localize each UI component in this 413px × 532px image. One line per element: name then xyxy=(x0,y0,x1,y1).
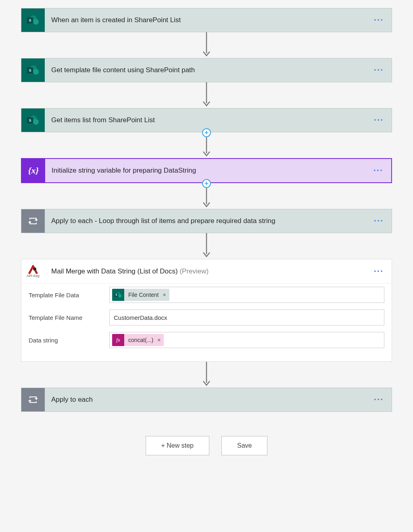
step-menu-button[interactable]: ··· xyxy=(366,15,392,25)
svg-text:S: S xyxy=(29,68,31,73)
field-input[interactable]: S File Content × xyxy=(109,287,384,303)
connector xyxy=(202,362,211,388)
sharepoint-icon: S xyxy=(21,8,45,32)
step-menu-button[interactable]: ··· xyxy=(366,216,392,226)
connector xyxy=(202,82,211,108)
step-menu-button[interactable]: ··· xyxy=(366,266,392,277)
variable-icon: {x} xyxy=(22,159,45,182)
sharepoint-token-icon: S xyxy=(112,289,124,301)
step-apply-to-each-loop[interactable]: Apply to each - Loop through list of ite… xyxy=(21,209,392,233)
step-menu-button[interactable]: ··· xyxy=(366,394,392,405)
field-label: Data string xyxy=(29,337,109,344)
step-title: Mail Merge with Data String (List of Doc… xyxy=(45,267,366,275)
apikey-label: API Key xyxy=(27,274,40,278)
field-template-file-name: Template File Name CustomerData.docx xyxy=(21,306,392,329)
token-label: concat(...) xyxy=(124,337,157,343)
connector xyxy=(202,233,211,259)
step-menu-button[interactable]: ··· xyxy=(366,115,392,125)
token-concat-expression[interactable]: fx concat(...) × xyxy=(112,334,164,346)
field-template-file-data: Template File Data S File Content × xyxy=(21,284,392,306)
step-title: Get template file content using SharePoi… xyxy=(45,66,366,74)
step-title: Apply to each xyxy=(45,396,366,404)
step-get-template-file[interactable]: S Get template file content using ShareP… xyxy=(21,58,392,82)
svg-text:S: S xyxy=(29,118,31,123)
sharepoint-icon: S xyxy=(21,108,45,132)
loop-icon xyxy=(21,209,45,233)
step-header: API Key Mail Merge with Data String (Lis… xyxy=(21,259,392,284)
field-label: Template File Name xyxy=(29,314,109,321)
connector-with-plus: + xyxy=(202,183,211,209)
new-step-button[interactable]: + New step xyxy=(146,436,209,455)
insert-step-button[interactable]: + xyxy=(202,179,211,188)
svg-point-6 xyxy=(33,69,39,75)
step-title-text: Mail Merge with Data String (List of Doc… xyxy=(51,267,178,275)
footer-actions: + New step Save xyxy=(146,436,268,455)
step-when-item-created[interactable]: S When an item is created in SharePoint … xyxy=(21,8,392,32)
fx-token-icon: fx xyxy=(112,334,124,346)
field-input[interactable]: CustomerData.docx xyxy=(109,309,384,325)
field-input[interactable]: fx concat(...) × xyxy=(109,332,384,348)
connector xyxy=(202,32,211,58)
svg-point-19 xyxy=(118,294,121,297)
svg-text:S: S xyxy=(29,18,31,23)
apikey-icon: API Key xyxy=(21,260,45,283)
field-data-string: Data string fx concat(...) × xyxy=(21,329,392,351)
insert-step-button[interactable]: + xyxy=(202,128,211,137)
step-mail-merge[interactable]: API Key Mail Merge with Data String (Lis… xyxy=(21,259,392,362)
flow-designer: S When an item is created in SharePoint … xyxy=(8,8,405,455)
step-title: When an item is created in SharePoint Li… xyxy=(45,16,366,24)
step-menu-button[interactable]: ··· xyxy=(366,65,392,75)
svg-text:S: S xyxy=(115,293,117,296)
connector-with-plus: + xyxy=(202,132,211,158)
step-title: Get items list from SharePoint List xyxy=(45,116,366,124)
token-file-content[interactable]: S File Content × xyxy=(112,289,169,301)
step-apply-to-each[interactable]: Apply to each ··· xyxy=(21,388,392,412)
preview-badge: (Preview) xyxy=(179,267,209,275)
step-title: Apply to each - Loop through list of ite… xyxy=(45,217,366,225)
save-button[interactable]: Save xyxy=(221,436,267,455)
svg-point-11 xyxy=(33,119,39,125)
step-title: Initialize string variable for preparing… xyxy=(45,167,365,175)
loop-icon xyxy=(21,388,45,411)
svg-point-17 xyxy=(33,267,36,271)
token-label: File Content xyxy=(124,292,163,298)
token-remove-button[interactable]: × xyxy=(163,292,169,298)
step-menu-button[interactable]: ··· xyxy=(365,165,391,176)
field-label: Template File Data xyxy=(29,292,109,298)
sharepoint-icon: S xyxy=(21,58,45,82)
svg-point-1 xyxy=(33,19,39,25)
token-remove-button[interactable]: × xyxy=(157,337,164,343)
